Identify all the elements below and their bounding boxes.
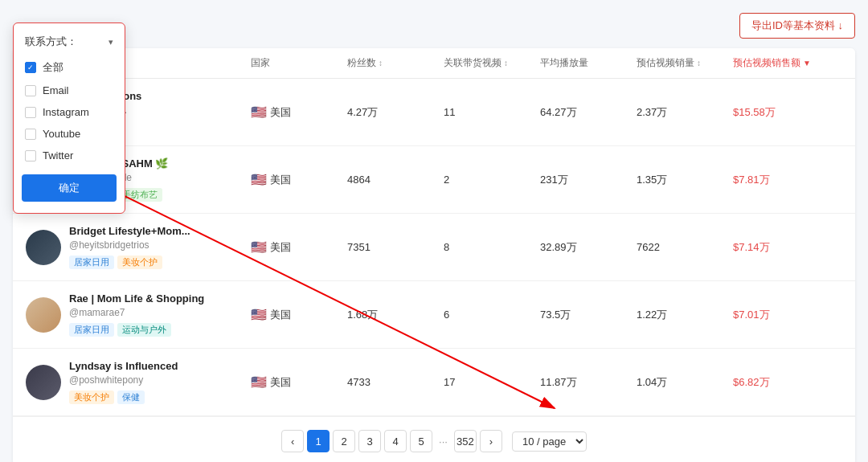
tag: 居家日用 xyxy=(69,256,114,269)
avg-plays-value: 231万 xyxy=(540,173,637,187)
export-button[interactable]: 导出ID等基本资料 ↓ xyxy=(739,13,855,39)
tags: 居家日用 美妆个护 xyxy=(69,256,190,269)
dropdown-label-youtube: Youtube xyxy=(43,128,80,140)
dropdown-item-all[interactable]: ✓ 全部 xyxy=(14,55,125,80)
checkbox-email[interactable] xyxy=(25,85,36,96)
dropdown-label-twitter: Twitter xyxy=(43,149,73,161)
table-row: First Time SAHM 🌿 nsandamiracle 居家日用 手纺布… xyxy=(13,146,855,214)
chevron-down-icon: ▾ xyxy=(108,37,113,47)
dropdown-item-email[interactable]: Email xyxy=(14,80,125,101)
est-revenue-value: $15.58万 xyxy=(733,105,837,120)
dropdown-title-row[interactable]: 联系方式： ▾ xyxy=(14,31,125,55)
tag: 居家日用 xyxy=(69,323,114,337)
tags: 美妆个护 保健 xyxy=(69,390,178,404)
flag-icon: 🇺🇸 xyxy=(251,374,267,390)
name-block: Lyndsay is Influenced @poshwhitepony 美妆个… xyxy=(69,360,178,404)
page-button-1[interactable]: 1 xyxy=(307,430,330,452)
avatar xyxy=(26,230,61,265)
page-button-352[interactable]: 352 xyxy=(454,430,477,452)
dropdown-item-twitter[interactable]: Twitter xyxy=(14,145,125,166)
table-row: rney Jacksons @Jacksons... 保健 🇺🇸 美国 4.27… xyxy=(13,79,855,146)
dropdown-label-email: Email xyxy=(43,84,69,96)
next-page-button[interactable]: › xyxy=(480,430,502,452)
influencer-name: Lyndsay is Influenced xyxy=(69,360,178,372)
influencer-name: Bridget Lifestyle+Mom... xyxy=(69,225,190,237)
est-sales-value: 2.37万 xyxy=(637,105,733,120)
fans-sort-icon[interactable]: ↕ xyxy=(379,59,383,67)
country-name: 美国 xyxy=(270,308,291,322)
pagination: ‹ 1 2 3 4 5 ··· 352 › 10 / page 20 / pag… xyxy=(13,416,855,462)
est-revenue-value: $7.01万 xyxy=(733,308,837,322)
dropdown-label-all: 全部 xyxy=(43,60,63,75)
avg-plays-value: 73.5万 xyxy=(540,308,637,322)
dropdown-item-instagram[interactable]: Instagram xyxy=(14,101,125,123)
page-button-5[interactable]: 5 xyxy=(410,430,432,452)
tag: 保健 xyxy=(117,390,145,404)
country-cell: 🇺🇸 美国 xyxy=(251,172,347,187)
videos-sort-icon[interactable]: ↕ xyxy=(504,59,508,67)
table-header: 国家 粉丝数 ↕ 关联带货视频 ↕ 平均播放量 预估视频销量 ↕ 预估视频销售额… xyxy=(13,48,855,79)
fans-value: 4733 xyxy=(347,376,444,388)
table-row: Lyndsay is Influenced @poshwhitepony 美妆个… xyxy=(13,349,855,416)
col-est-revenue: 预估视频销售额 ▼ xyxy=(733,56,837,70)
page-button-3[interactable]: 3 xyxy=(358,430,381,452)
flag-icon: 🇺🇸 xyxy=(251,104,267,120)
col-videos: 关联带货视频 ↕ xyxy=(444,56,540,70)
est-sales-value: 1.04万 xyxy=(637,375,733,390)
table-row: Rae | Mom Life & Shopping @mamarae7 居家日用… xyxy=(13,281,855,349)
est-sales-value: 1.22万 xyxy=(637,308,733,322)
videos-value: 11 xyxy=(444,106,540,118)
tags: 居家日用 运动与户外 xyxy=(69,323,204,337)
page-button-4[interactable]: 4 xyxy=(384,430,407,452)
name-block: Rae | Mom Life & Shopping @mamarae7 居家日用… xyxy=(69,292,204,337)
influencer-handle: @poshwhitepony xyxy=(69,374,178,386)
col-country: 国家 xyxy=(251,56,347,70)
videos-value: 17 xyxy=(444,376,540,388)
influencer-info: Lyndsay is Influenced @poshwhitepony 美妆个… xyxy=(26,360,251,404)
dropdown-item-youtube[interactable]: Youtube xyxy=(14,123,125,145)
name-block: Bridget Lifestyle+Mom... @heyitsbridgetr… xyxy=(69,225,190,269)
col-fans: 粉丝数 ↕ xyxy=(347,56,444,70)
influencer-info: Rae | Mom Life & Shopping @mamarae7 居家日用… xyxy=(26,292,251,337)
page-dots: ··· xyxy=(436,435,451,448)
flag-icon: 🇺🇸 xyxy=(251,307,267,322)
flag-icon: 🇺🇸 xyxy=(251,239,267,255)
fans-value: 4864 xyxy=(347,174,444,186)
checkbox-instagram[interactable] xyxy=(25,107,36,118)
country-name: 美国 xyxy=(270,105,291,120)
flag-icon: 🇺🇸 xyxy=(251,172,267,187)
est-revenue-value: $6.82万 xyxy=(733,375,837,390)
checkbox-all[interactable]: ✓ xyxy=(25,62,36,73)
top-bar: 导出ID等基本资料 ↓ xyxy=(13,13,855,39)
influencer-name: Rae | Mom Life & Shopping xyxy=(69,292,204,305)
country-name: 美国 xyxy=(270,173,291,187)
est-revenue-value: $7.14万 xyxy=(733,240,837,255)
country-name: 美国 xyxy=(270,240,291,255)
influencer-info: Bridget Lifestyle+Mom... @heyitsbridgetr… xyxy=(26,225,251,269)
dropdown-label-instagram: Instagram xyxy=(43,106,89,118)
dropdown-title-text: 联系方式： xyxy=(25,35,77,49)
influencer-handle: @mamarae7 xyxy=(69,307,204,318)
fans-value: 1.68万 xyxy=(347,308,444,322)
avatar xyxy=(26,365,61,400)
country-cell: 🇺🇸 美国 xyxy=(251,104,347,120)
fans-value: 4.27万 xyxy=(347,105,444,120)
checkbox-youtube[interactable] xyxy=(25,129,36,140)
est-sales-sort-icon[interactable]: ↕ xyxy=(697,59,701,67)
fans-value: 7351 xyxy=(347,241,444,253)
videos-value: 2 xyxy=(444,174,540,186)
prev-page-button[interactable]: ‹ xyxy=(281,430,304,452)
avg-plays-value: 32.89万 xyxy=(540,240,637,255)
col-est-sales: 预估视频销量 ↕ xyxy=(637,56,733,70)
checkbox-twitter[interactable] xyxy=(25,150,36,161)
contact-dropdown[interactable]: 联系方式： ▾ ✓ 全部 Email Instagram Youtube xyxy=(13,22,125,214)
page-button-2[interactable]: 2 xyxy=(333,430,355,452)
confirm-button[interactable]: 确定 xyxy=(22,174,117,202)
page-size-select[interactable]: 10 / page 20 / page 50 / page xyxy=(512,431,587,452)
table-row: Bridget Lifestyle+Mom... @heyitsbridgetr… xyxy=(13,214,855,281)
country-cell: 🇺🇸 美国 xyxy=(251,374,347,390)
dropdown-box: 联系方式： ▾ ✓ 全部 Email Instagram Youtube xyxy=(13,22,125,214)
videos-value: 8 xyxy=(444,241,540,253)
est-revenue-sort-icon[interactable]: ▼ xyxy=(803,59,811,67)
est-revenue-value: $7.81万 xyxy=(733,173,837,187)
